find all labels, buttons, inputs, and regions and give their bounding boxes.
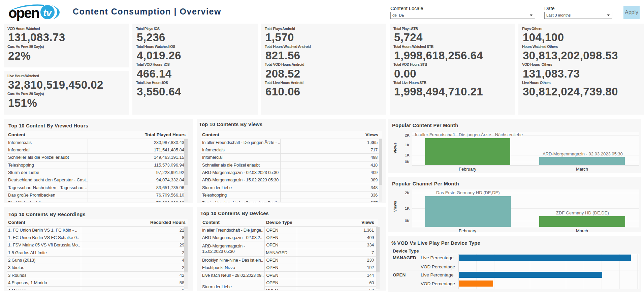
svg-text:open: open <box>8 5 39 21</box>
svg-text:tv: tv <box>43 7 53 18</box>
